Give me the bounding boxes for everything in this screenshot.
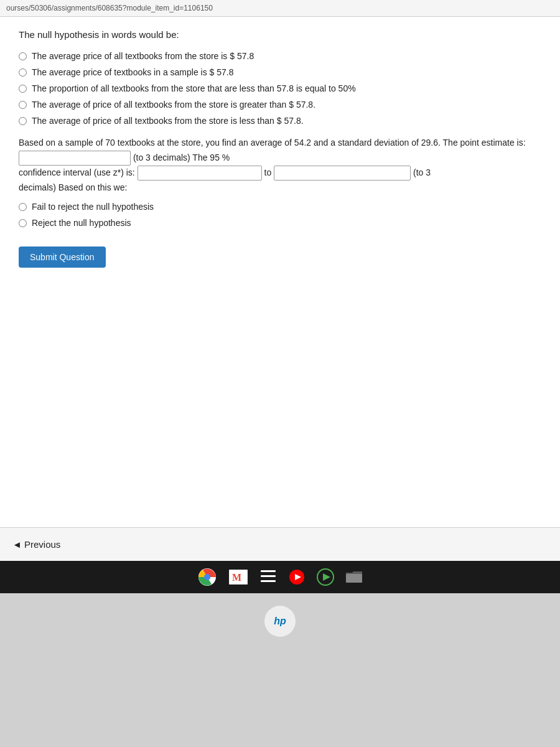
radio-option-5[interactable] [19, 117, 27, 125]
sample-section: Based on a sample of 70 textbooks at the… [19, 136, 541, 195]
decimals-label: decimals) Based on this we: [19, 182, 127, 192]
play-outline-icon[interactable] [315, 567, 335, 587]
browser-url-bar: ourses/50306/assignments/608635?module_i… [0, 0, 560, 17]
option-4[interactable]: The average of price of all textbooks fr… [19, 100, 541, 110]
radio-option-3[interactable] [19, 85, 27, 93]
option-1[interactable]: The average price of all textbooks from … [19, 51, 541, 61]
svg-rect-8 [261, 580, 276, 582]
ci-lower-input[interactable] [138, 166, 262, 181]
url-text: ourses/50306/assignments/608635?module_i… [6, 4, 213, 12]
ci-suffix: (to 3 [413, 167, 431, 177]
option-1-label: The average price of all textbooks from … [32, 51, 254, 61]
option-3-label: The proportion of all textbooks from the… [32, 83, 356, 93]
ci-label: confidence interval (use z*) is: [19, 167, 135, 177]
sample-text-1: Based on a sample of 70 textbooks at the… [19, 138, 526, 148]
folder-icon[interactable] [344, 567, 364, 587]
svg-rect-13 [346, 574, 362, 583]
svg-rect-6 [261, 570, 276, 572]
question-title: The null hypothesis in words would be: [19, 29, 541, 40]
menu-lines-icon[interactable] [258, 567, 278, 587]
point-estimate-suffix: (to 3 decimals) The 95 % [133, 153, 230, 162]
ci-upper-input[interactable] [274, 166, 411, 181]
option-3[interactable]: The proportion of all textbooks from the… [19, 83, 541, 93]
previous-nav: ◄ Previous [0, 527, 560, 561]
gmail-icon[interactable]: M [227, 566, 250, 588]
option-2[interactable]: The average price of textbooks in a samp… [19, 67, 541, 77]
svg-rect-7 [261, 575, 276, 577]
option-2-label: The average price of textbooks in a samp… [32, 67, 234, 77]
option-4-label: The average of price of all textbooks fr… [32, 100, 315, 110]
svg-point-2 [204, 574, 210, 580]
decision-option-1-label: Fail to reject the null hypothesis [32, 202, 154, 212]
decision-option-1[interactable]: Fail to reject the null hypothesis [19, 202, 541, 212]
previous-link[interactable]: ◄ Previous [12, 539, 60, 550]
radio-decision-2[interactable] [19, 219, 27, 227]
option-5-label: The average of price of all textbooks fr… [32, 116, 304, 126]
decision-option-2-label: Reject the null hypothesis [32, 218, 131, 228]
bottom-area: hp [0, 593, 560, 718]
hp-logo: hp [264, 606, 296, 637]
ci-to: to [264, 167, 272, 177]
radio-option-2[interactable] [19, 68, 27, 77]
decision-options-group: Fail to reject the null hypothesis Rejec… [19, 202, 541, 228]
svg-marker-12 [323, 573, 330, 581]
radio-option-1[interactable] [19, 52, 27, 60]
radio-decision-1[interactable] [19, 203, 27, 211]
radio-options-group: The average price of all textbooks from … [19, 51, 541, 126]
decision-option-2[interactable]: Reject the null hypothesis [19, 218, 541, 228]
point-estimate-input[interactable] [19, 151, 131, 166]
svg-text:M: M [232, 572, 241, 583]
radio-option-4[interactable] [19, 101, 27, 109]
chrome-icon[interactable] [196, 566, 218, 588]
taskbar: M [0, 561, 560, 593]
play-icon[interactable] [287, 567, 307, 587]
submit-question-button[interactable]: Submit Question [19, 247, 106, 268]
main-content: The null hypothesis in words would be: T… [0, 17, 560, 527]
option-5[interactable]: The average of price of all textbooks fr… [19, 116, 541, 126]
